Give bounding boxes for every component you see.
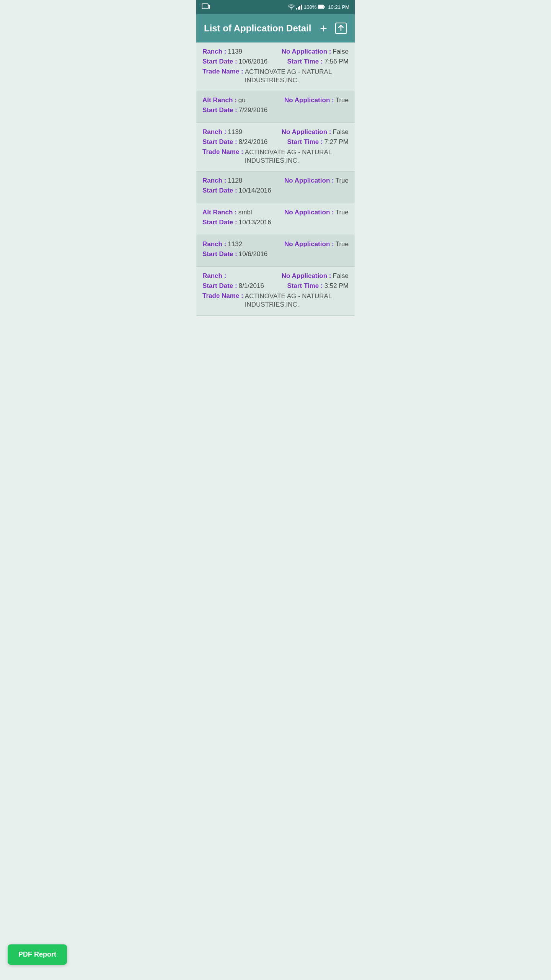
status-bar: 100% 10:21 PM xyxy=(196,0,355,14)
no-app-label: No Application : xyxy=(282,48,331,56)
no-app-field: No Application : True xyxy=(284,177,349,185)
no-app-label: No Application : xyxy=(282,272,331,280)
item-row-ranch: Ranch : No Application : False xyxy=(202,272,349,280)
start-date-value: 10/6/2016 xyxy=(239,58,268,65)
ranch-value: smbl xyxy=(238,209,252,216)
svg-rect-7 xyxy=(324,6,325,8)
ranch-label: Ranch : xyxy=(202,272,226,280)
list-item[interactable]: Ranch : 1128 No Application : True Start… xyxy=(196,172,355,203)
start-date-value: 8/1/2016 xyxy=(239,282,264,290)
start-time-field: Start Time : 7:27 PM xyxy=(287,138,349,146)
list-item[interactable]: Ranch : No Application : False Start Dat… xyxy=(196,267,355,315)
svg-rect-3 xyxy=(299,6,300,10)
signal-icon xyxy=(296,4,302,10)
start-time-label: Start Time : xyxy=(287,138,323,146)
item-row-date: Start Date : 8/24/2016 Start Time : 7:27… xyxy=(202,138,349,146)
application-list: Ranch : 1139 No Application : False Star… xyxy=(196,42,355,316)
no-app-field: No Application : False xyxy=(282,272,349,280)
start-time-label: Start Time : xyxy=(287,282,323,290)
ranch-field: Alt Ranch : gu xyxy=(202,96,246,104)
start-date-value: 8/24/2016 xyxy=(239,138,268,146)
item-row-date: Start Date : 10/6/2016 Start Time : 7:56… xyxy=(202,58,349,65)
ranch-label: Alt Ranch : xyxy=(202,96,237,104)
start-date-value: 10/13/2016 xyxy=(239,219,271,226)
start-date-field: Start Date : 8/1/2016 xyxy=(202,282,264,290)
ranch-value: 1139 xyxy=(228,48,242,56)
list-item[interactable]: Alt Ranch : gu No Application : True Sta… xyxy=(196,91,355,123)
no-app-label: No Application : xyxy=(282,128,331,136)
no-app-field: No Application : True xyxy=(284,240,349,248)
ranch-value: 1132 xyxy=(228,240,242,248)
ranch-label: Alt Ranch : xyxy=(202,209,237,216)
start-date-label: Start Date : xyxy=(202,250,237,258)
item-row-date: Start Date : 8/1/2016 Start Time : 3:52 … xyxy=(202,282,349,290)
svg-rect-1 xyxy=(296,8,297,10)
time-display: 10:21 PM xyxy=(328,4,349,10)
no-app-value: True xyxy=(336,177,349,185)
ranch-field: Ranch : xyxy=(202,272,228,280)
battery-percent: 100% xyxy=(304,4,316,10)
start-time-field: Start Time : 3:52 PM xyxy=(287,282,349,290)
screen-record-icon xyxy=(202,3,210,11)
start-date-value: 10/6/2016 xyxy=(239,250,268,258)
start-date-field: Start Date : 10/6/2016 xyxy=(202,58,267,65)
list-item[interactable]: Alt Ranch : smbl No Application : True S… xyxy=(196,203,355,235)
start-date-value: 7/29/2016 xyxy=(239,106,268,114)
ranch-label: Ranch : xyxy=(202,177,226,185)
ranch-label: Ranch : xyxy=(202,128,226,136)
no-app-label: No Application : xyxy=(284,240,334,248)
add-button[interactable]: + xyxy=(320,22,327,34)
start-date-label: Start Date : xyxy=(202,282,237,290)
start-time-value: 7:56 PM xyxy=(324,58,349,65)
list-item[interactable]: Ranch : 1139 No Application : False Star… xyxy=(196,42,355,91)
start-time-field: Start Time : 7:56 PM xyxy=(287,58,349,65)
start-time-label: Start Time : xyxy=(287,58,323,65)
svg-rect-2 xyxy=(298,7,299,10)
trade-name-label: Trade Name : xyxy=(202,148,243,156)
no-app-value: True xyxy=(336,209,349,216)
no-app-value: False xyxy=(333,128,349,136)
page-title: List of Application Detail xyxy=(204,23,311,34)
start-date-field: Start Date : 10/14/2016 xyxy=(202,187,271,194)
ranch-field: Alt Ranch : smbl xyxy=(202,209,252,216)
item-row-ranch: Ranch : 1128 No Application : True xyxy=(202,177,349,185)
start-date-field: Start Date : 7/29/2016 xyxy=(202,106,267,114)
trade-name-label: Trade Name : xyxy=(202,68,243,75)
item-row-ranch: Alt Ranch : gu No Application : True xyxy=(202,96,349,104)
item-row-ranch: Ranch : 1139 No Application : False xyxy=(202,128,349,136)
no-app-label: No Application : xyxy=(284,209,334,216)
start-time-value: 3:52 PM xyxy=(324,282,349,290)
ranch-value: 1139 xyxy=(228,128,242,136)
start-date-label: Start Date : xyxy=(202,219,237,226)
trade-name-row: Trade Name : ACTINOVATE AG - NATURAL IND… xyxy=(202,68,349,85)
no-app-field: No Application : True xyxy=(284,209,349,216)
no-app-field: No Application : False xyxy=(282,48,349,56)
ranch-field: Ranch : 1139 xyxy=(202,128,242,136)
start-date-field: Start Date : 10/6/2016 xyxy=(202,250,267,258)
ranch-field: Ranch : 1139 xyxy=(202,48,242,56)
item-row-ranch: Alt Ranch : smbl No Application : True xyxy=(202,209,349,216)
trade-name-value: ACTINOVATE AG - NATURAL INDUSTRIES,INC. xyxy=(245,68,349,85)
list-item[interactable]: Ranch : 1132 No Application : True Start… xyxy=(196,235,355,267)
ranch-label: Ranch : xyxy=(202,48,226,56)
ranch-field: Ranch : 1132 xyxy=(202,240,242,248)
no-app-value: False xyxy=(333,272,349,280)
list-item[interactable]: Ranch : 1139 No Application : False Star… xyxy=(196,123,355,172)
trade-name-value: ACTINOVATE AG - NATURAL INDUSTRIES,INC. xyxy=(245,148,349,165)
app-header: List of Application Detail + xyxy=(196,14,355,42)
start-date-label: Start Date : xyxy=(202,138,237,146)
trade-name-row: Trade Name : ACTINOVATE AG - NATURAL IND… xyxy=(202,292,349,309)
no-app-field: No Application : True xyxy=(284,96,349,104)
ranch-label: Ranch : xyxy=(202,240,226,248)
no-app-label: No Application : xyxy=(284,96,334,104)
no-app-field: No Application : False xyxy=(282,128,349,136)
wifi-icon xyxy=(288,4,295,10)
no-app-value: True xyxy=(336,96,349,104)
ranch-field: Ranch : 1128 xyxy=(202,177,242,185)
start-date-field: Start Date : 8/24/2016 xyxy=(202,138,267,146)
svg-rect-0 xyxy=(202,4,208,9)
item-row-ranch: Ranch : 1132 No Application : True xyxy=(202,240,349,248)
export-button[interactable] xyxy=(335,22,347,34)
trade-name-label: Trade Name : xyxy=(202,292,243,300)
start-date-label: Start Date : xyxy=(202,187,237,194)
